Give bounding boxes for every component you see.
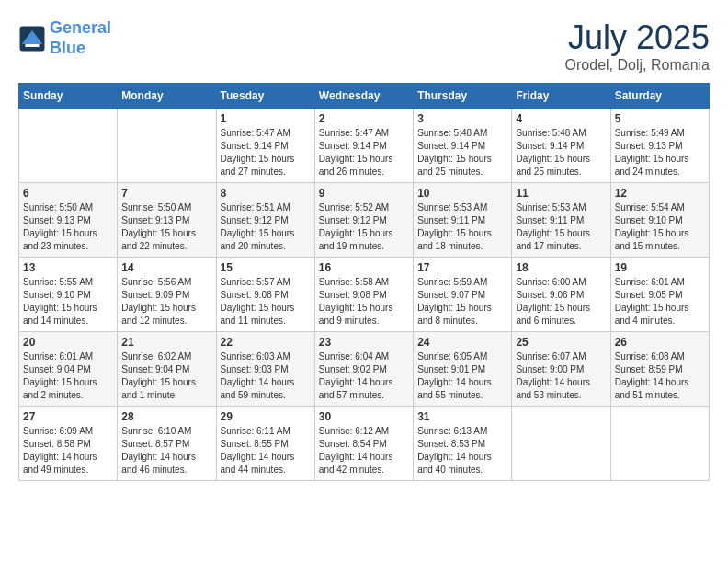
day-number: 27 — [23, 410, 113, 423]
logo-text: General Blue — [50, 18, 111, 58]
day-number: 21 — [121, 336, 211, 349]
day-number: 14 — [121, 261, 211, 274]
day-info: Sunrise: 6:10 AM Sunset: 8:57 PM Dayligh… — [121, 425, 211, 477]
day-info: Sunrise: 5:50 AM Sunset: 9:13 PM Dayligh… — [23, 201, 113, 253]
col-header-tuesday: Tuesday — [216, 84, 314, 109]
calendar-cell: 20Sunrise: 6:01 AM Sunset: 9:04 PM Dayli… — [19, 332, 118, 407]
day-number: 15 — [221, 261, 311, 274]
calendar-cell: 30Sunrise: 6:12 AM Sunset: 8:54 PM Dayli… — [314, 407, 413, 481]
page-header: General Blue July 2025 Orodel, Dolj, Rom… — [18, 18, 710, 74]
calendar-cell: 23Sunrise: 6:04 AM Sunset: 9:02 PM Dayli… — [314, 332, 413, 407]
day-info: Sunrise: 6:00 AM Sunset: 9:06 PM Dayligh… — [516, 276, 606, 327]
calendar-cell: 14Sunrise: 5:56 AM Sunset: 9:09 PM Dayli… — [118, 258, 216, 332]
header-row: SundayMondayTuesdayWednesdayThursdayFrid… — [19, 84, 710, 109]
week-row-4: 20Sunrise: 6:01 AM Sunset: 9:04 PM Dayli… — [19, 332, 710, 407]
day-info: Sunrise: 5:47 AM Sunset: 9:14 PM Dayligh… — [221, 127, 311, 178]
calendar-cell: 11Sunrise: 5:53 AM Sunset: 9:11 PM Dayli… — [512, 183, 610, 258]
day-number: 24 — [417, 336, 507, 349]
week-row-3: 13Sunrise: 5:55 AM Sunset: 9:10 PM Dayli… — [19, 258, 710, 332]
day-info: Sunrise: 6:13 AM Sunset: 8:53 PM Dayligh… — [417, 425, 507, 477]
day-info: Sunrise: 5:56 AM Sunset: 9:09 PM Dayligh… — [121, 276, 211, 327]
calendar-cell: 10Sunrise: 5:53 AM Sunset: 9:11 PM Dayli… — [414, 183, 512, 258]
calendar-cell: 2Sunrise: 5:47 AM Sunset: 9:14 PM Daylig… — [314, 109, 413, 183]
col-header-monday: Monday — [118, 84, 216, 109]
day-number: 7 — [121, 187, 211, 200]
day-number: 10 — [417, 187, 507, 200]
day-number: 31 — [417, 410, 507, 423]
day-info: Sunrise: 5:54 AM Sunset: 9:10 PM Dayligh… — [615, 201, 705, 253]
day-info: Sunrise: 5:55 AM Sunset: 9:10 PM Dayligh… — [23, 276, 113, 327]
calendar-cell: 19Sunrise: 6:01 AM Sunset: 9:05 PM Dayli… — [610, 258, 709, 332]
calendar-cell: 5Sunrise: 5:49 AM Sunset: 9:13 PM Daylig… — [610, 109, 709, 183]
calendar-cell: 25Sunrise: 6:07 AM Sunset: 9:00 PM Dayli… — [512, 332, 610, 407]
calendar-cell: 31Sunrise: 6:13 AM Sunset: 8:53 PM Dayli… — [414, 407, 512, 481]
calendar-cell — [19, 109, 118, 183]
calendar-cell — [118, 109, 216, 183]
col-header-friday: Friday — [512, 84, 610, 109]
calendar-cell: 16Sunrise: 5:58 AM Sunset: 9:08 PM Dayli… — [314, 258, 413, 332]
calendar-table: SundayMondayTuesdayWednesdayThursdayFrid… — [18, 83, 710, 481]
calendar-cell: 17Sunrise: 5:59 AM Sunset: 9:07 PM Dayli… — [414, 258, 512, 332]
day-number: 12 — [615, 187, 705, 200]
calendar-cell: 7Sunrise: 5:50 AM Sunset: 9:13 PM Daylig… — [118, 183, 216, 258]
day-info: Sunrise: 6:07 AM Sunset: 9:00 PM Dayligh… — [516, 350, 606, 402]
day-info: Sunrise: 6:02 AM Sunset: 9:04 PM Dayligh… — [121, 350, 211, 402]
day-info: Sunrise: 5:58 AM Sunset: 9:08 PM Dayligh… — [319, 276, 409, 327]
logo-icon — [18, 25, 46, 52]
col-header-thursday: Thursday — [414, 84, 512, 109]
calendar-cell: 3Sunrise: 5:48 AM Sunset: 9:14 PM Daylig… — [414, 109, 512, 183]
day-number: 17 — [417, 261, 507, 274]
day-info: Sunrise: 5:53 AM Sunset: 9:11 PM Dayligh… — [516, 201, 606, 253]
day-number: 23 — [319, 336, 409, 349]
day-number: 13 — [23, 261, 113, 274]
day-number: 25 — [516, 336, 606, 349]
day-number: 28 — [121, 410, 211, 423]
day-info: Sunrise: 6:09 AM Sunset: 8:58 PM Dayligh… — [23, 425, 113, 477]
calendar-cell: 22Sunrise: 6:03 AM Sunset: 9:03 PM Dayli… — [216, 332, 314, 407]
day-number: 5 — [615, 112, 705, 125]
calendar-cell: 21Sunrise: 6:02 AM Sunset: 9:04 PM Dayli… — [118, 332, 216, 407]
title-block: July 2025 Orodel, Dolj, Romania — [565, 18, 710, 74]
day-number: 6 — [23, 187, 113, 200]
day-number: 11 — [516, 187, 606, 200]
day-number: 2 — [319, 112, 409, 125]
day-info: Sunrise: 6:08 AM Sunset: 8:59 PM Dayligh… — [615, 350, 705, 402]
day-info: Sunrise: 6:04 AM Sunset: 9:02 PM Dayligh… — [319, 350, 409, 402]
day-number: 3 — [417, 112, 507, 125]
day-info: Sunrise: 5:48 AM Sunset: 9:14 PM Dayligh… — [417, 127, 507, 178]
calendar-cell: 13Sunrise: 5:55 AM Sunset: 9:10 PM Dayli… — [19, 258, 118, 332]
calendar-cell: 9Sunrise: 5:52 AM Sunset: 9:12 PM Daylig… — [314, 183, 413, 258]
day-info: Sunrise: 6:11 AM Sunset: 8:55 PM Dayligh… — [221, 425, 311, 477]
calendar-cell: 18Sunrise: 6:00 AM Sunset: 9:06 PM Dayli… — [512, 258, 610, 332]
day-number: 26 — [615, 336, 705, 349]
calendar-cell: 24Sunrise: 6:05 AM Sunset: 9:01 PM Dayli… — [414, 332, 512, 407]
day-info: Sunrise: 6:03 AM Sunset: 9:03 PM Dayligh… — [221, 350, 311, 402]
day-info: Sunrise: 5:49 AM Sunset: 9:13 PM Dayligh… — [615, 127, 705, 178]
day-number: 29 — [221, 410, 311, 423]
day-number: 4 — [516, 112, 606, 125]
day-number: 1 — [221, 112, 311, 125]
calendar-cell: 4Sunrise: 5:48 AM Sunset: 9:14 PM Daylig… — [512, 109, 610, 183]
day-number: 22 — [221, 336, 311, 349]
day-info: Sunrise: 5:53 AM Sunset: 9:11 PM Dayligh… — [417, 201, 507, 253]
day-number: 30 — [319, 410, 409, 423]
calendar-cell: 1Sunrise: 5:47 AM Sunset: 9:14 PM Daylig… — [216, 109, 314, 183]
calendar-cell — [512, 407, 610, 481]
day-number: 16 — [319, 261, 409, 274]
location: Orodel, Dolj, Romania — [565, 57, 710, 74]
day-info: Sunrise: 6:01 AM Sunset: 9:04 PM Dayligh… — [23, 350, 113, 402]
calendar-cell: 27Sunrise: 6:09 AM Sunset: 8:58 PM Dayli… — [19, 407, 118, 481]
calendar-cell: 28Sunrise: 6:10 AM Sunset: 8:57 PM Dayli… — [118, 407, 216, 481]
day-info: Sunrise: 5:51 AM Sunset: 9:12 PM Dayligh… — [221, 201, 311, 253]
day-number: 8 — [221, 187, 311, 200]
day-number: 20 — [23, 336, 113, 349]
day-info: Sunrise: 6:01 AM Sunset: 9:05 PM Dayligh… — [615, 276, 705, 327]
calendar-cell: 6Sunrise: 5:50 AM Sunset: 9:13 PM Daylig… — [19, 183, 118, 258]
month-title: July 2025 — [565, 18, 710, 57]
svg-rect-2 — [26, 44, 40, 47]
calendar-cell: 8Sunrise: 5:51 AM Sunset: 9:12 PM Daylig… — [216, 183, 314, 258]
calendar-cell: 15Sunrise: 5:57 AM Sunset: 9:08 PM Dayli… — [216, 258, 314, 332]
calendar-cell: 12Sunrise: 5:54 AM Sunset: 9:10 PM Dayli… — [610, 183, 709, 258]
calendar-cell — [610, 407, 709, 481]
col-header-wednesday: Wednesday — [314, 84, 413, 109]
